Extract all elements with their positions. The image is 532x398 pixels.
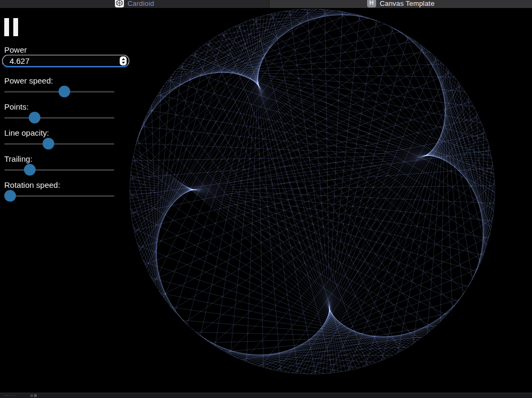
tab-canvas-template-label: Canvas Template (380, 0, 435, 7)
slider-trailing-thumb[interactable] (24, 164, 36, 176)
h-favicon-icon: H (367, 0, 376, 7)
slider-power-speed: Power speed: (0, 76, 128, 100)
slider-power-speed-thumb[interactable] (59, 86, 70, 97)
slider-trailing: Trailing: (0, 154, 128, 178)
tab-canvas-template[interactable]: H Canvas Template (269, 0, 532, 8)
slider-rotation-speed-thumb[interactable] (4, 190, 16, 202)
slider-points-label: Points: (4, 102, 29, 111)
slider-line-opacity-label: Line opacity: (4, 128, 49, 137)
cube-favicon-icon (115, 0, 124, 7)
slider-points-thumb[interactable] (29, 112, 40, 123)
tab-cardioid-label: Cardioid (128, 0, 154, 7)
slider-rotation-speed-label: Rotation speed: (4, 180, 60, 189)
slider-line-opacity-thumb[interactable] (43, 138, 54, 150)
slider-trailing-label: Trailing: (4, 154, 32, 163)
slider-trailing-track[interactable] (4, 169, 114, 171)
slider-rotation-speed-track[interactable] (4, 195, 114, 197)
tab-cardioid[interactable]: Cardioid (0, 0, 269, 8)
dock-chip[interactable] (34, 394, 37, 397)
dock-dots (4, 395, 16, 396)
browser-tab-bar: Cardioid H Canvas Template (0, 0, 532, 8)
power-number-input[interactable]: 4.627 (2, 55, 129, 67)
stepper-icon[interactable] (120, 56, 127, 65)
slider-rotation-speed: Rotation speed: (0, 180, 128, 204)
control-panel: Power 4.627 Power speed: Points: Line op… (0, 0, 133, 394)
dock-strip (0, 393, 532, 398)
slider-line-opacity: Line opacity: (0, 128, 128, 152)
slider-points: Points: (0, 102, 128, 126)
dock-chip[interactable] (30, 394, 33, 397)
slider-power-speed-label: Power speed: (4, 76, 53, 85)
power-value: 4.627 (3, 56, 120, 65)
slider-points-track[interactable] (4, 117, 114, 119)
pause-icon[interactable] (4, 18, 18, 36)
slider-line-opacity-track[interactable] (4, 143, 114, 145)
app-window: Cardioid H Canvas Template Power 4.627 P… (0, 0, 532, 398)
power-label: Power (4, 45, 27, 54)
